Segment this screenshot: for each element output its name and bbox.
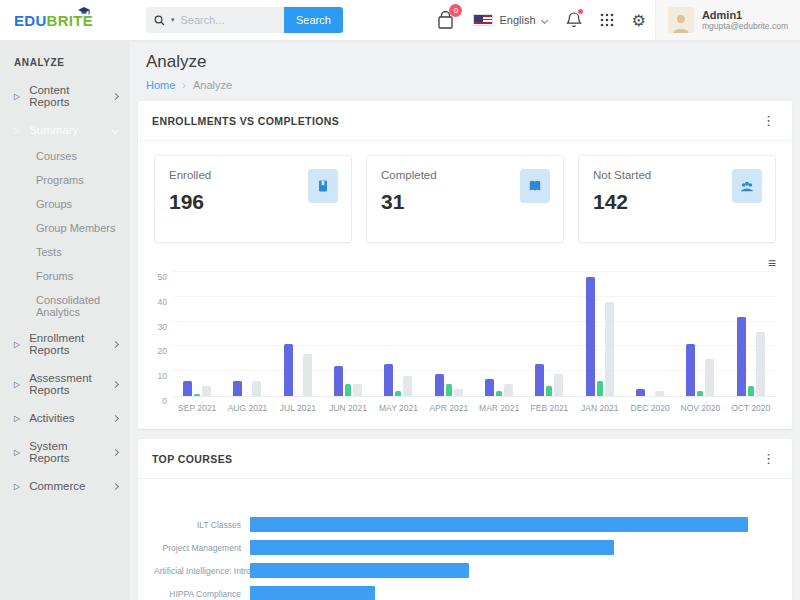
gear-icon: ⚙ (632, 11, 646, 30)
language-selector[interactable]: English (473, 14, 546, 26)
search-button[interactable]: Search (284, 7, 343, 33)
stat-card-completed: Completed31 (366, 155, 564, 243)
kebab-menu-icon[interactable]: ⋮ (759, 451, 778, 466)
bar-completed (345, 384, 351, 396)
user-name: Admin1 (702, 9, 788, 21)
user-email: mgupta@edubrite.com (702, 21, 788, 31)
bar-group-jul-2021 (273, 273, 323, 396)
bar-not-started (353, 384, 362, 396)
y-tick-label: 40 (158, 297, 167, 307)
bar-enrolled (686, 344, 695, 396)
bar-completed (697, 391, 703, 396)
sidebar-nav: ▷Content Reports▷SummaryCoursesProgramsG… (0, 76, 130, 500)
x-tick-label: JUN 2021 (323, 403, 373, 413)
sidebar-item-commerce[interactable]: ▷Commerce (0, 472, 130, 500)
graduation-cap-icon (78, 7, 90, 16)
notification-dot (578, 9, 583, 14)
search-box[interactable]: ▾ (146, 7, 284, 33)
open-book-icon (520, 169, 550, 203)
top-courses-card: TOP COURSES ⋮ ILT ClassesProject Managem… (138, 439, 792, 600)
x-tick-label: JAN 2021 (575, 403, 625, 413)
user-menu[interactable]: Admin1 mgupta@edubrite.com (655, 0, 800, 40)
search-input[interactable] (181, 14, 261, 26)
topbar: ▾ Search 0 English (130, 0, 800, 40)
sidebar-subitem-consolidated-analytics[interactable]: Consolidated Analytics (0, 288, 130, 324)
y-tick-label: 0 (162, 396, 167, 406)
chevron-down-icon (112, 126, 119, 133)
bar-group-jan-2021 (575, 273, 625, 396)
breadcrumb-separator: › (182, 79, 186, 91)
kebab-menu-icon[interactable]: ⋮ (759, 113, 778, 128)
cart-button[interactable]: 0 (437, 11, 454, 30)
sidebar-item-content-reports[interactable]: ▷Content Reports (0, 76, 130, 116)
top-course-label: HIPPA Compliance (154, 589, 250, 599)
sidebar-item-activities[interactable]: ▷Activities (0, 404, 130, 432)
bar-enrolled (586, 277, 595, 396)
bar-not-started (202, 386, 211, 396)
play-triangle-icon: ▷ (14, 380, 20, 389)
logo[interactable]: EDUBRITE (0, 0, 130, 40)
top-courses-card-header: TOP COURSES ⋮ (138, 439, 792, 479)
top-course-row: Project Management (154, 540, 776, 555)
chevron-right-icon (112, 340, 119, 347)
breadcrumb-home-link[interactable]: Home (146, 79, 175, 91)
sidebar-item-label: Assessment Reports (29, 372, 104, 396)
logo-text-edu: EDU (14, 12, 47, 29)
sidebar-subitem-group-members[interactable]: Group Members (0, 216, 130, 240)
people-icon (732, 169, 762, 203)
play-triangle-icon: ▷ (14, 482, 20, 491)
play-triangle-icon: ▷ (14, 340, 20, 349)
bar-completed (395, 391, 401, 396)
sidebar-item-label: Enrollment Reports (29, 332, 104, 356)
bar-not-started (756, 332, 765, 396)
sidebar: EDUBRITE ANALYZE ▷Content Reports▷Summar… (0, 0, 130, 600)
bar-not-started (504, 384, 513, 396)
apps-button[interactable] (600, 13, 614, 27)
x-tick-label: FEB 2021 (524, 403, 574, 413)
person-icon (670, 11, 692, 33)
bar-completed (496, 391, 502, 396)
bar-enrolled (435, 374, 444, 396)
bar-not-started (554, 374, 563, 396)
bar-enrolled (535, 364, 544, 396)
settings-button[interactable]: ⚙ (632, 11, 646, 30)
bar-enrolled (233, 381, 242, 396)
chevron-right-icon (112, 448, 119, 455)
sidebar-item-system-reports[interactable]: ▷System Reports (0, 432, 130, 472)
x-tick-label: DEC 2020 (625, 403, 675, 413)
play-triangle-icon: ▷ (14, 92, 20, 101)
sidebar-subitem-tests[interactable]: Tests (0, 240, 130, 264)
sidebar-subitem-forums[interactable]: Forums (0, 264, 130, 288)
sidebar-item-label: Content Reports (29, 84, 104, 108)
sidebar-item-assessment-reports[interactable]: ▷Assessment Reports (0, 364, 130, 404)
top-course-bar (250, 586, 375, 600)
top-course-bar (250, 563, 469, 578)
top-courses-card-body: ILT ClassesProject ManagementArtificial … (138, 479, 792, 600)
x-tick-label: MAY 2021 (373, 403, 423, 413)
sidebar-subitem-programs[interactable]: Programs (0, 168, 130, 192)
sidebar-item-enrollment-reports[interactable]: ▷Enrollment Reports (0, 324, 130, 364)
top-course-bar (250, 540, 614, 555)
y-tick-label: 10 (158, 371, 167, 381)
y-tick-label: 30 (158, 322, 167, 332)
bar-group-oct-2020 (726, 273, 776, 396)
top-course-label: ILT Classes (154, 520, 250, 530)
bar-completed (194, 394, 200, 396)
top-course-bar (250, 517, 748, 532)
sidebar-subitem-groups[interactable]: Groups (0, 192, 130, 216)
bar-not-started (705, 359, 714, 396)
play-triangle-icon: ▷ (14, 414, 20, 423)
bar-completed (446, 384, 452, 396)
bar-group-apr-2021 (424, 273, 474, 396)
topbar-right: 0 English ⚙ (428, 0, 800, 40)
notifications-button[interactable] (566, 11, 582, 29)
sidebar-item-summary[interactable]: ▷Summary (0, 116, 130, 144)
chart-bar-groups (172, 273, 776, 396)
enrollments-card: ENROLLMENTS VS COMPLETIONS ⋮ Enrolled196… (138, 101, 792, 429)
chart-export-menu-icon[interactable]: ≡ (768, 255, 776, 271)
sidebar-section-label: ANALYZE (0, 40, 130, 76)
cart-badge: 0 (449, 4, 462, 17)
sidebar-subitem-courses[interactable]: Courses (0, 144, 130, 168)
search-scope-caret-icon[interactable]: ▾ (171, 16, 175, 24)
main-content: Analyze Home › Analyze ENROLLMENTS VS CO… (130, 40, 800, 600)
